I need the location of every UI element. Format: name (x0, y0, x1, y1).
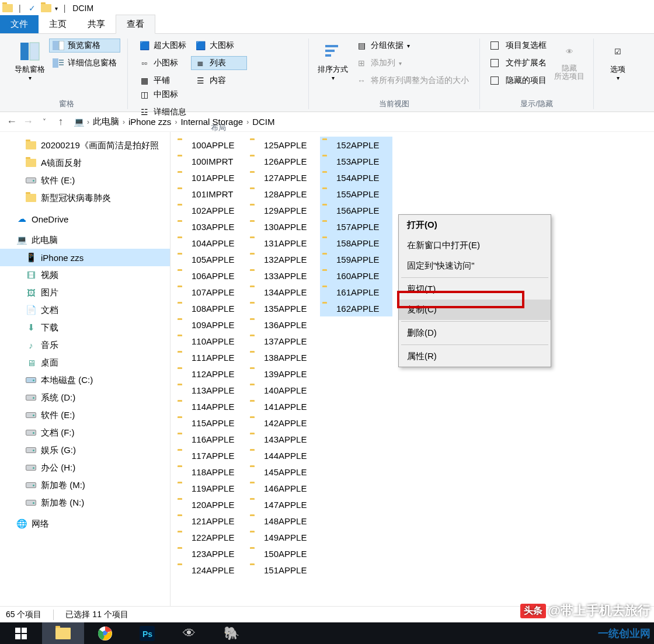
folder-item[interactable]: 142APPLE (248, 415, 320, 431)
taskbar-photoshop[interactable]: Ps (126, 622, 168, 644)
chevron-right-icon[interactable]: › (175, 118, 177, 126)
add-columns-button[interactable]: ⊞添加列 ▾ (352, 56, 472, 70)
nav-item[interactable]: ☁OneDrive (0, 210, 170, 228)
folder-item[interactable]: 138APPLE (248, 349, 320, 365)
folder-item[interactable]: 126APPLE (248, 153, 320, 169)
nav-item[interactable]: 🖼图片 (0, 284, 170, 301)
folder-item[interactable]: 149APPLE (248, 529, 320, 545)
taskbar-app-weibo[interactable]: 🐘 (210, 622, 252, 644)
tab-file[interactable]: 文件 (0, 15, 39, 33)
folder-item[interactable]: 151APPLE (248, 562, 320, 578)
folder-item[interactable]: 140APPLE (248, 382, 320, 398)
nav-item[interactable]: 软件 (E:) (0, 406, 170, 424)
folder-item[interactable]: 145APPLE (248, 464, 320, 480)
nav-item[interactable]: 📄文档 (0, 301, 170, 319)
nav-item[interactable]: 系统 (D:) (0, 389, 170, 406)
folder-item[interactable]: 144APPLE (248, 447, 320, 464)
nav-item[interactable]: 🎞视频 (0, 266, 170, 284)
chevron-right-icon[interactable]: › (246, 118, 249, 126)
view-sm-icons[interactable]: ▫▫小图标 (135, 56, 191, 70)
folder-item[interactable]: 123APPLE (175, 545, 248, 562)
nav-item[interactable]: 文档 (F:) (0, 424, 170, 441)
folder-item[interactable]: 152APPLE (320, 137, 392, 153)
ctx-open-new-window[interactable]: 在新窗口中打开(E) (399, 235, 551, 256)
chevron-right-icon[interactable]: › (87, 118, 89, 126)
folder-item[interactable]: 113APPLE (175, 382, 248, 398)
start-button[interactable] (0, 622, 42, 644)
folder-item[interactable]: 129APPLE (248, 202, 320, 218)
ctx-pin-quick-access[interactable]: 固定到"快速访问" (399, 256, 551, 276)
folder-item[interactable]: 155APPLE (320, 186, 392, 202)
folder-item[interactable]: 158APPLE (320, 235, 392, 251)
nav-item[interactable]: 新型冠状病毒肺炎 (0, 189, 170, 207)
group-by-button[interactable]: ▤分组依据 ▾ (352, 39, 472, 53)
folder-item[interactable]: 139APPLE (248, 365, 320, 382)
nav-item[interactable]: 🖥桌面 (0, 354, 170, 371)
folder-item[interactable]: 137APPLE (248, 333, 320, 349)
folder-item[interactable]: 146APPLE (248, 480, 320, 496)
preview-pane-button[interactable]: 预览窗格 (49, 39, 120, 53)
folder-item[interactable]: 147APPLE (248, 496, 320, 513)
back-button[interactable]: ← (5, 115, 19, 129)
folder-item[interactable]: 119APPLE (175, 480, 248, 496)
nav-item[interactable]: 新加卷 (N:) (0, 494, 170, 511)
folder-item[interactable]: 161APPLE (320, 284, 392, 300)
item-checkboxes-toggle[interactable]: 项目复选框 (487, 39, 550, 53)
folder-item[interactable]: 153APPLE (320, 153, 392, 169)
folder-item[interactable]: 162APPLE (320, 300, 392, 316)
taskbar-file-explorer[interactable] (42, 622, 84, 644)
ctx-cut[interactable]: 剪切(T) (399, 279, 551, 300)
nav-item[interactable]: 📱iPhone zzs (0, 249, 170, 266)
breadcrumb-segment[interactable]: iPhone zzs (127, 116, 172, 128)
folder-item[interactable]: 114APPLE (175, 398, 248, 415)
folder-item[interactable]: 156APPLE (320, 202, 392, 218)
folder-list-pane[interactable]: 100APPLE100IMPRT101APPLE101IMPRT102APPLE… (171, 132, 654, 606)
folder-item[interactable]: 130APPLE (248, 218, 320, 235)
ctx-open[interactable]: 打开(O) (399, 215, 551, 235)
view-xl-icons[interactable]: 🟦超大图标 (135, 39, 191, 53)
tab-home[interactable]: 主页 (39, 15, 77, 33)
folder-icon[interactable] (41, 3, 51, 13)
folder-item[interactable]: 100APPLE (175, 137, 248, 153)
folder-item[interactable]: 115APPLE (175, 415, 248, 431)
folder-item[interactable]: 118APPLE (175, 464, 248, 480)
folder-item[interactable]: 150APPLE (248, 545, 320, 562)
folder-item[interactable]: 122APPLE (175, 529, 248, 545)
folder-item[interactable]: 106APPLE (175, 267, 248, 284)
folder-item[interactable]: 157APPLE (320, 218, 392, 235)
folder-item[interactable]: 108APPLE (175, 300, 248, 316)
ctx-properties[interactable]: 属性(R) (399, 346, 551, 367)
folder-item[interactable]: 148APPLE (248, 513, 320, 529)
folder-item[interactable]: 133APPLE (248, 267, 320, 284)
breadcrumb[interactable]: 💻 › 此电脑 › iPhone zzs › Internal Storage … (70, 115, 649, 128)
folder-item[interactable]: 127APPLE (248, 169, 320, 186)
checkmark-icon[interactable]: ✓ (27, 3, 37, 13)
tab-view[interactable]: 查看 (116, 15, 155, 34)
qat-dropdown-icon[interactable]: ▾ (55, 5, 58, 12)
folder-item[interactable]: 128APPLE (248, 186, 320, 202)
folder-item[interactable]: 141APPLE (248, 398, 320, 415)
nav-pane-button[interactable]: 导航窗格▾ (13, 39, 47, 83)
folder-item[interactable]: 120APPLE (175, 496, 248, 513)
hide-selected-button[interactable]: 👁 隐藏 所选项目 (552, 39, 586, 83)
nav-item[interactable]: 新加卷 (M:) (0, 476, 170, 494)
folder-item[interactable]: 154APPLE (320, 169, 392, 186)
folder-item[interactable]: 134APPLE (248, 284, 320, 300)
nav-item[interactable]: 本地磁盘 (C:) (0, 371, 170, 389)
folder-item[interactable]: 100IMPRT (175, 153, 248, 169)
folder-item[interactable]: 117APPLE (175, 447, 248, 464)
details-pane-button[interactable]: 详细信息窗格 (49, 56, 120, 70)
folder-item[interactable]: 103APPLE (175, 218, 248, 235)
breadcrumb-segment[interactable]: DCIM (251, 116, 276, 128)
taskbar-chrome[interactable] (84, 622, 126, 644)
folder-item[interactable]: 143APPLE (248, 431, 320, 447)
nav-item[interactable]: ♪音乐 (0, 336, 170, 354)
nav-item[interactable]: 🌐网络 (0, 515, 170, 532)
view-med-icons[interactable]: ◫中图标 (135, 88, 191, 102)
folder-item[interactable]: 107APPLE (175, 284, 248, 300)
view-lg-icons[interactable]: 🟦大图标 (191, 39, 247, 53)
ctx-delete[interactable]: 删除(D) (399, 323, 551, 343)
folder-item[interactable]: 101IMPRT (175, 186, 248, 202)
recent-locations-button[interactable]: ˅ (37, 115, 51, 129)
size-columns-button[interactable]: ↔将所有列调整为合适的大小 (352, 74, 472, 88)
